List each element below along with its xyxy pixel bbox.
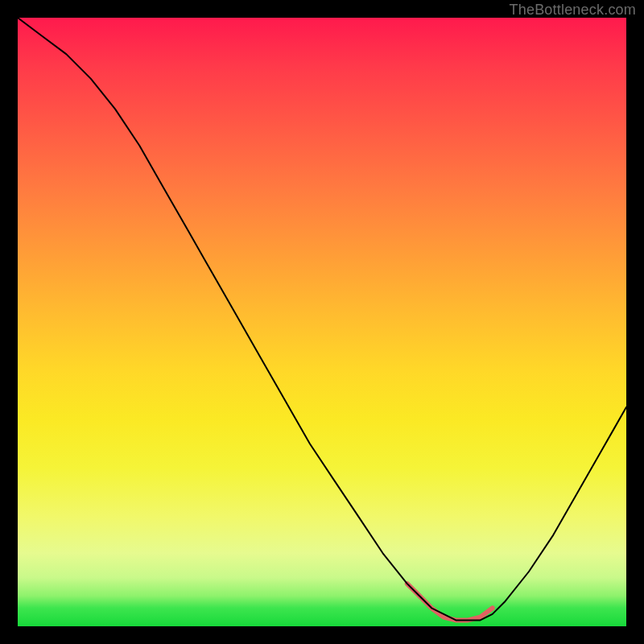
highlight-segment xyxy=(407,584,493,620)
plot-area xyxy=(18,18,626,626)
watermark-text: TheBottleneck.com xyxy=(510,2,636,19)
curve-layer xyxy=(18,18,626,626)
main-curve xyxy=(18,18,626,620)
chart-frame: TheBottleneck.com xyxy=(0,0,644,644)
